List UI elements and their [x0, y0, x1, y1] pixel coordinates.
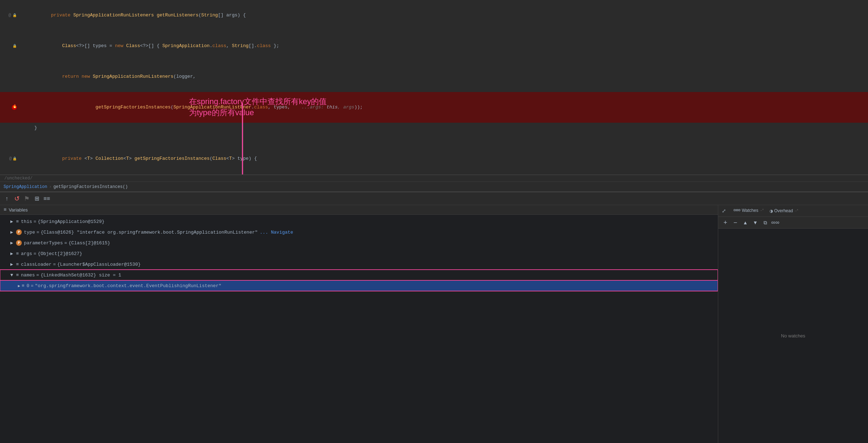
- breadcrumb-item-0[interactable]: SpringApplication: [4, 184, 47, 189]
- var-type-classloader: ≡: [16, 262, 19, 267]
- overhead-icon: ◑: [770, 208, 772, 214]
- copy-btn[interactable]: ⧉: [761, 218, 770, 227]
- line-4-code[interactable]: getSpringFactoriesInstances(SpringApplic…: [20, 92, 868, 122]
- rerun-btn[interactable]: ↺: [13, 195, 21, 203]
- gutter-4: 🔥: [0, 105, 20, 110]
- lock-icon-1: 🔒: [12, 13, 17, 17]
- watches-tab[interactable]: ∞∞ Watches →*: [734, 205, 764, 217]
- no-watches-text: No watches: [781, 333, 805, 338]
- var-val-classloader: {Launcher$AppClassLoader@1530}: [57, 262, 141, 267]
- var-item-type[interactable]: ▶ P type = {Class@1626} "interface org.s…: [0, 227, 718, 238]
- var-arrow-0: ▶: [18, 284, 20, 288]
- overhead-tab-label: Overhead: [774, 208, 793, 213]
- var-item-classloader[interactable]: ▶ ≡ classLoader = {Launcher$AppClassLoad…: [0, 259, 718, 270]
- code-line-2: 🔒 Class<?>[] types = new Class<?>[] { Sp…: [0, 31, 868, 61]
- vars-icon: ≡: [4, 207, 6, 213]
- code-content: @ 🔒 private SpringApplicationRunListener…: [0, 0, 868, 175]
- line-6-code[interactable]: private <T> Collection<T> getSpringFacto…: [20, 144, 868, 174]
- var-val-paramtypes: {Class[2]@1615}: [68, 240, 110, 246]
- var-eq-paramtypes: =: [64, 240, 67, 246]
- var-name-names: names: [21, 273, 35, 278]
- var-name-this: this: [21, 219, 32, 224]
- var-eq-names: =: [36, 273, 39, 278]
- var-expand-args: ▶: [9, 251, 15, 256]
- stop-btn[interactable]: ⚑: [23, 195, 31, 203]
- fire-bp-icon: 🔥: [12, 105, 17, 110]
- right-panel: ⤢ ∞∞ Watches →* ◑ Overhead →* + −: [718, 205, 868, 443]
- editor-area: @ 🔒 private SpringApplicationRunListener…: [0, 0, 868, 175]
- lock-icon-2: 🔒: [12, 44, 17, 48]
- var-item-args[interactable]: ▶ ≡ args = {Object[2]@1627}: [0, 248, 718, 259]
- remove-watch-btn[interactable]: −: [731, 218, 740, 227]
- add-watch-btn[interactable]: +: [721, 218, 730, 227]
- var-type-paramtypes: P: [16, 240, 22, 246]
- right-panel-tabs: ⤢ ∞∞ Watches →* ◑ Overhead →*: [718, 205, 868, 217]
- var-expand-classloader: ▶: [9, 261, 15, 267]
- var-name-classloader: classLoader: [21, 262, 52, 267]
- table-view-btn[interactable]: ⊞: [33, 195, 41, 203]
- overhead-arrow: →*: [795, 209, 799, 213]
- variables-list[interactable]: ▶ ≡ this = {SpringApplication@1529} ▶ P …: [0, 215, 718, 443]
- code-line-7: 🔒 return getSpringFactoriesInstances(typ…: [0, 174, 868, 175]
- move-up-btn[interactable]: ▲: [741, 218, 750, 227]
- variables-title: Variables: [9, 207, 27, 213]
- line-3-code[interactable]: return new SpringApplicationRunListeners…: [20, 62, 868, 92]
- var-name-args: args: [21, 251, 32, 256]
- var-eq-type: =: [36, 230, 39, 235]
- move-down-btn[interactable]: ▼: [751, 218, 760, 227]
- breadcrumb-bar: SpringApplication › getSpringFactoriesIn…: [0, 182, 868, 192]
- code-line-4: 🔥 getSpringFactoriesInstances(SpringAppl…: [0, 92, 868, 123]
- watches-tab-label: Watches: [742, 208, 758, 213]
- unchecked-bar: /unchecked/: [0, 175, 868, 182]
- var-name-type: type: [24, 230, 35, 235]
- line-7-code[interactable]: return getSpringFactoriesInstances(type,…: [20, 174, 868, 175]
- variables-header: ≡ Variables: [0, 205, 718, 215]
- var-name-paramtypes: parameterTypes: [24, 240, 63, 246]
- var-nav-type[interactable]: ... Navigate: [260, 230, 293, 235]
- var-item-paramtypes[interactable]: ▶ P parameterTypes = {Class[2]@1615}: [0, 238, 718, 248]
- var-expand-names: ▼: [9, 272, 15, 278]
- infinity-btn[interactable]: ∞∞: [771, 218, 780, 227]
- unchecked-text: /unchecked/: [4, 176, 32, 181]
- watches-actions: + − ▲ ▼ ⧉ ∞∞: [718, 217, 868, 229]
- debug-panels: ≡ Variables ▶ ≡ this = {SpringApplicatio…: [0, 205, 868, 443]
- var-type-type: P: [16, 229, 22, 235]
- line-5-code[interactable]: }: [20, 123, 868, 133]
- line-1-code[interactable]: private SpringApplicationRunListeners ge…: [20, 0, 868, 30]
- code-line-5: }: [0, 123, 868, 133]
- var-val-this: {SpringApplication@1529}: [38, 219, 104, 224]
- at-icon-1: @: [9, 13, 11, 18]
- list-view-btn[interactable]: ≡≡: [43, 195, 51, 203]
- breadcrumb-item-1[interactable]: getSpringFactoriesInstances(): [53, 184, 128, 189]
- watches-arrow: →*: [760, 209, 764, 213]
- expand-icon[interactable]: ⤢: [722, 208, 726, 214]
- var-val-args: {Object[2]@1627}: [38, 251, 82, 256]
- var-eq-classloader: =: [53, 262, 56, 267]
- var-expand-type: ▶: [9, 229, 15, 235]
- gutter-2: 🔒: [0, 44, 20, 48]
- gutter-6: @ 🔒: [0, 156, 20, 161]
- var-name-0: 0: [26, 283, 29, 289]
- no-watches-area: No watches: [718, 229, 868, 443]
- app-container: @ 🔒 private SpringApplicationRunListener…: [0, 0, 868, 443]
- overhead-tab[interactable]: ◑ Overhead →*: [770, 206, 798, 216]
- var-eq-this: =: [34, 219, 36, 224]
- line-2-code[interactable]: Class<?>[] types = new Class<?>[] { Spri…: [20, 31, 868, 61]
- code-line-6: @ 🔒 private <T> Collection<T> getSpringF…: [0, 143, 868, 174]
- var-item-names[interactable]: ▼ ≡ names = {LinkedHashSet@1632} size = …: [0, 270, 718, 280]
- annotation-text: 在spring.factory文件中查找所有key的值为type的所有value: [189, 96, 327, 118]
- debug-area: ↑ ↺ ⚑ ⊞ ≡≡ ≡ Variables ▶ ≡: [0, 192, 868, 443]
- lock-icon-3: 🔒: [12, 157, 17, 161]
- var-item-0[interactable]: ▶ ≡ 0 = "org.springframework.boot.contex…: [0, 280, 718, 291]
- var-expand-this: ▶: [9, 219, 15, 224]
- var-val-names: {LinkedHashSet@1632} size = 1: [41, 273, 121, 278]
- var-expand-paramtypes: ▶: [9, 240, 15, 246]
- at-icon-2: @: [9, 156, 12, 161]
- infinity-icon: ∞∞: [734, 207, 740, 214]
- restore-btn[interactable]: ↑: [3, 195, 11, 203]
- gutter-1: @ 🔒: [0, 13, 20, 18]
- var-item-this[interactable]: ▶ ≡ this = {SpringApplication@1529}: [0, 216, 718, 227]
- var-eq-args: =: [34, 251, 36, 256]
- var-type-0: ≡: [22, 283, 25, 289]
- breadcrumb-separator: ›: [49, 184, 51, 189]
